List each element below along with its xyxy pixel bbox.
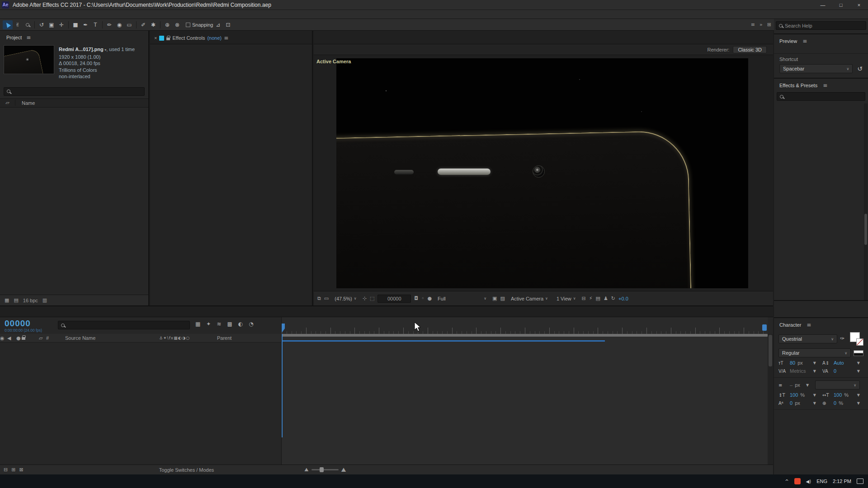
footage-name[interactable]: Redmi A...017].png (59, 47, 104, 52)
shape-tool[interactable]: ■ (71, 20, 80, 29)
type-tool[interactable]: T (90, 20, 100, 29)
snap-grid-icon[interactable]: ⊡ (223, 20, 233, 29)
exposure-reset-icon[interactable]: ↻ (611, 296, 615, 301)
project-search-input[interactable] (4, 87, 145, 96)
antivirus-tray-icon[interactable] (794, 478, 801, 484)
motion-blur-icon[interactable]: ◐ (238, 321, 243, 327)
timeline-button-icon[interactable]: ▤ (596, 296, 600, 301)
trash-icon[interactable]: ▥ (42, 297, 47, 303)
panel-menu-icon[interactable]: ≡ (823, 82, 827, 89)
comp-flowchart-icon[interactable]: ▦ (195, 321, 200, 327)
fast-previews-icon[interactable]: ⚡ (589, 296, 593, 301)
project-menu-icon[interactable]: ≡ (26, 34, 31, 41)
selection-tool[interactable] (3, 20, 13, 29)
lock-column-icon[interactable] (22, 335, 29, 341)
region-of-interest-icon[interactable]: ▣ (492, 296, 497, 301)
eraser-tool[interactable]: ▭ (124, 20, 134, 29)
expand-layer-switches-icon[interactable]: ⊟ (4, 467, 8, 473)
pan-behind-tool[interactable]: ✛ (57, 20, 66, 29)
character-panel-title[interactable]: Character (779, 322, 801, 328)
workspace-grid-icon[interactable]: ⊞ (767, 22, 771, 28)
maximize-button[interactable]: □ (832, 0, 850, 10)
view-layout-select[interactable]: 1 View∨ (554, 295, 579, 302)
stroke-width-field[interactable]: ≡–px▼ (778, 382, 812, 388)
vertical-scale-field[interactable]: ↕T100%▼ (778, 392, 820, 398)
panel-menu-icon[interactable]: ≡ (802, 38, 807, 44)
eyedropper-icon[interactable]: ✑ (840, 335, 847, 343)
magnification-select[interactable]: (47.5%)∨ (332, 295, 359, 302)
language-indicator[interactable]: ENG (816, 479, 827, 484)
current-time-display[interactable]: 00000 0:00:00:00 (24.00 fps) (5, 319, 42, 333)
rotation-tool[interactable]: ↺ (37, 20, 47, 29)
work-area-end-handle[interactable] (762, 324, 767, 331)
project-bit-depth[interactable]: 16 bpc (23, 298, 38, 303)
clone-stamp-tool[interactable]: ◉ (114, 20, 124, 29)
brush-tool[interactable]: ✏ (104, 20, 114, 29)
zoom-slider-thumb[interactable] (320, 467, 324, 472)
mask-visibility-icon[interactable]: ⬚ (370, 296, 374, 301)
close-tab-icon[interactable]: × (154, 35, 157, 41)
horizontal-scale-field[interactable]: ↔T100%▼ (822, 392, 863, 398)
source-name-column-header[interactable]: Source Name (65, 335, 159, 341)
effects-search-input[interactable] (777, 92, 865, 101)
close-button[interactable]: × (850, 0, 868, 10)
reset-icon[interactable]: ↺ (857, 65, 863, 72)
effect-controls-tab[interactable]: × Effect Controls (none) ≡ (150, 33, 232, 44)
snapping-checkbox[interactable] (186, 23, 190, 27)
camera-tool[interactable]: ▣ (47, 20, 57, 29)
action-center-icon[interactable] (857, 479, 863, 484)
draft-3d-icon[interactable]: ✦ (206, 321, 211, 327)
expand-transfer-controls-icon[interactable]: ⊞ (11, 467, 15, 473)
solo-column-icon[interactable]: ● (16, 335, 22, 341)
video-column-icon[interactable]: ◉ (0, 335, 7, 341)
timeline-search-input[interactable] (58, 321, 190, 329)
workspace-overflow-icon[interactable]: » (760, 22, 763, 28)
leading-field[interactable]: A↕Auto▼ (822, 360, 863, 366)
resolution-select[interactable]: Full∨ (435, 295, 489, 302)
exposure-value[interactable]: +0.0 (618, 296, 628, 301)
always-preview-icon[interactable]: ⧉ (317, 296, 321, 301)
font-size-field[interactable]: ᴛT80px▼ (778, 360, 820, 366)
preview-panel-title[interactable]: Preview (779, 38, 797, 44)
puppet-pin-tool[interactable]: ✱ (148, 20, 158, 29)
name-column-header[interactable]: Name (15, 100, 35, 106)
current-time-indicator-line[interactable] (282, 334, 283, 437)
frame-blending-icon[interactable]: ▩ (227, 321, 232, 327)
axis-mode-icon[interactable]: ⊕ (162, 20, 172, 29)
number-column-header[interactable]: # (46, 335, 57, 341)
guides-icon[interactable]: ⊹ (363, 296, 367, 301)
world-axis-icon[interactable]: ⊗ (172, 20, 182, 29)
renderer-button[interactable]: Classic 3D (733, 46, 767, 53)
parent-column-header[interactable]: Parent (217, 335, 281, 341)
fill-color-swatch[interactable] (850, 332, 863, 346)
hand-tool[interactable]: ✌ (13, 20, 23, 29)
interpret-footage-icon[interactable]: ▦ (5, 297, 9, 303)
work-area-bar[interactable] (282, 334, 768, 337)
tray-expand-icon[interactable]: ^ (785, 479, 788, 484)
viewer-timecode[interactable]: 00000 (377, 295, 411, 303)
kerning-field[interactable]: V/AMetrics▼ (778, 368, 820, 374)
snap-option-icon[interactable]: ⊿ (213, 20, 223, 29)
channels-icon[interactable]: ● (427, 296, 432, 301)
switches-column-header[interactable]: ⚓✦\fx▦◐◑○ (159, 336, 217, 340)
composition-viewport[interactable]: Active Camera (314, 55, 773, 291)
volume-icon[interactable]: ◀) (806, 479, 811, 484)
time-ruler[interactable] (281, 317, 768, 334)
toggle-switches-modes-button[interactable]: Toggle Switches / Modes (159, 467, 214, 473)
roto-brush-tool[interactable]: ✐ (138, 20, 148, 29)
zoom-tool[interactable] (23, 20, 33, 29)
3d-view-select[interactable]: Active Camera∨ (508, 295, 551, 302)
tsume-field[interactable]: ⊕0%▼ (822, 400, 863, 406)
scrollbar[interactable] (864, 103, 868, 300)
font-style-select[interactable]: Regular∨ (778, 348, 851, 357)
pen-tool[interactable]: ✒ (80, 20, 90, 29)
help-search-input[interactable]: Search Help (776, 21, 866, 30)
effects-presets-title[interactable]: Effects & Presets (779, 83, 817, 88)
shy-layers-icon[interactable]: ≋ (217, 321, 221, 327)
font-family-select[interactable]: Questrial∨ (778, 334, 837, 343)
new-folder-icon[interactable]: ▤ (14, 297, 18, 303)
track-area[interactable] (281, 334, 768, 465)
panel-menu-icon[interactable]: ≡ (807, 322, 811, 328)
show-snapshot-icon[interactable]: ◦ (421, 296, 425, 301)
audio-column-icon[interactable]: ◀ (7, 335, 16, 341)
